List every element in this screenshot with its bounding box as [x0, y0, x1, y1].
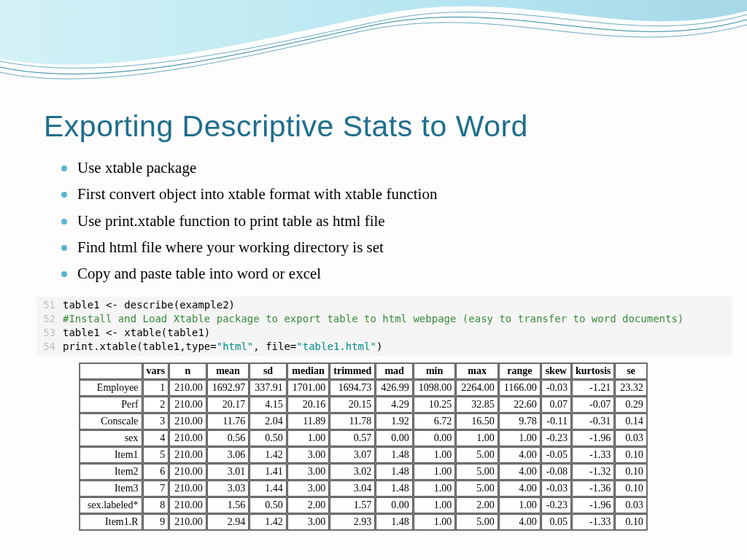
table-row: Employee1210.001692.97337.911701.001694.… [80, 380, 647, 396]
list-item: Copy and paste table into word or excel [61, 264, 718, 284]
table-row: Item37210.003.031.443.003.041.481.005.00… [80, 481, 647, 497]
decorative-wave-header [0, 0, 747, 102]
code-snippet: 51table1 <- describe(example2) 52#Instal… [36, 297, 732, 357]
table-row: Conscale3210.0011.762.0411.8911.781.926.… [80, 413, 647, 429]
table-row: sex4210.000.560.501.000.570.000.001.001.… [80, 430, 647, 446]
table-row: Item26210.003.011.413.003.021.481.005.00… [80, 464, 647, 480]
bullet-list: Use xtable package First convert object … [61, 158, 718, 284]
list-item: First convert object into xtable format … [61, 184, 718, 204]
table-row: Perf2210.0020.174.1520.1620.154.2910.253… [80, 397, 647, 413]
table-row: Item1.R9210.002.941.423.002.931.481.005.… [80, 514, 647, 530]
slide-title: Exporting Descriptive Stats to Word [44, 109, 718, 144]
table-header-row: varsnmean sdmediantrimmed madminmax rang… [80, 363, 647, 379]
stats-table: varsnmean sdmediantrimmed madminmax rang… [79, 362, 648, 531]
table-row: Item15210.003.061.423.003.071.481.005.00… [80, 447, 647, 463]
table-row: sex.labeled*8210.001.560.502.001.570.001… [80, 497, 647, 513]
list-item: Use xtable package [61, 158, 718, 178]
list-item: Find html file where your working direct… [61, 238, 718, 257]
list-item: Use print.xtable function to print table… [61, 211, 718, 231]
